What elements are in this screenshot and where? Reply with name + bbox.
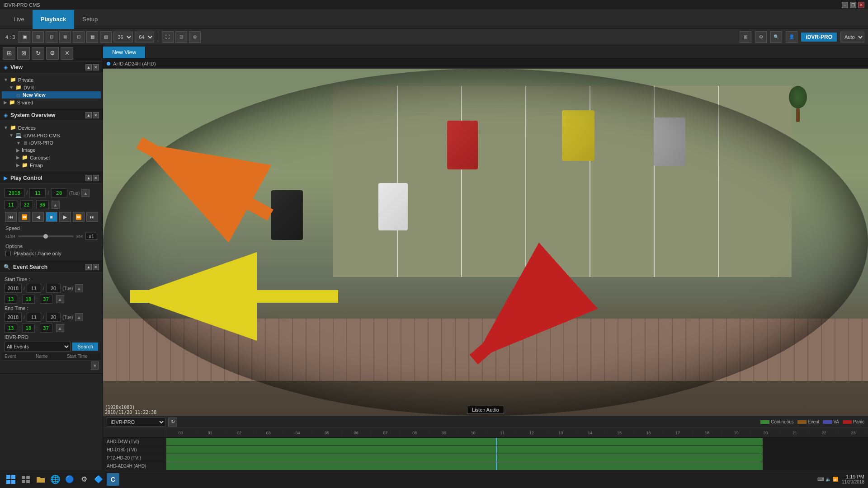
play-control-close[interactable]: ✕ — [93, 175, 99, 181]
start-sec-field[interactable] — [40, 295, 52, 304]
prev-frame-button[interactable]: ⏪ — [19, 212, 30, 222]
start-year-field[interactable] — [5, 284, 22, 293]
layout-1x1-button[interactable]: ▣ — [19, 31, 30, 43]
start-day-field[interactable] — [46, 284, 61, 293]
stop-button[interactable]: ■ — [46, 212, 57, 222]
sidebar-icon-close[interactable]: ✕ — [61, 47, 73, 60]
chrome-button[interactable]: 🌐 — [49, 473, 61, 486]
tree-image[interactable]: ▶ Image — [2, 146, 101, 154]
nav-playback[interactable]: Playback — [33, 10, 74, 29]
chan-track-3[interactable] — [166, 462, 868, 470]
end-time-up[interactable]: ▲ — [56, 324, 64, 332]
second-field[interactable] — [36, 200, 49, 209]
tree-devices[interactable]: ▼ 📁 Devices — [2, 124, 101, 131]
event-search-close[interactable]: ✕ — [93, 264, 99, 270]
timeline-device-select[interactable]: iDVR-PRO — [107, 418, 165, 427]
app-button-cms[interactable]: C — [107, 473, 119, 486]
tree-carousel[interactable]: ▶ 📁 Carousel — [2, 154, 101, 161]
play-button[interactable]: ▶ — [59, 212, 71, 222]
app-button-1[interactable]: 🔵 — [63, 473, 76, 486]
end-month-field[interactable] — [27, 313, 41, 322]
sidebar-icon-refresh[interactable]: ↻ — [32, 47, 44, 60]
event-type-select[interactable]: All Events — [5, 342, 71, 352]
system-overview-close[interactable]: ✕ — [93, 112, 99, 118]
table-scroll-down[interactable]: ▼ — [91, 361, 99, 370]
system-overview-collapse[interactable]: ▲ — [85, 112, 92, 118]
layout-custom2-button[interactable]: ▧ — [100, 31, 112, 43]
end-date-up[interactable]: ▲ — [75, 313, 83, 321]
speed-knob[interactable] — [43, 234, 48, 239]
skip-start-button[interactable]: ⏮ — [5, 212, 17, 222]
end-min-field[interactable] — [22, 324, 35, 333]
record-button[interactable]: ⊕ — [189, 31, 201, 43]
settings-gear-button[interactable]: ⚙ — [755, 31, 767, 43]
start-date-up[interactable]: ▲ — [75, 284, 83, 292]
snapshot-button[interactable]: ⊡ — [175, 31, 187, 43]
speed-slider[interactable] — [18, 235, 74, 237]
end-sec-field[interactable] — [40, 324, 52, 333]
listen-audio-button[interactable]: Listen Audio — [467, 406, 504, 414]
time-scroll-up[interactable]: ▲ — [52, 201, 60, 209]
play-control-collapse[interactable]: ▲ — [85, 175, 92, 181]
view-panel-close[interactable]: ✕ — [93, 64, 99, 70]
date-scroll-up[interactable]: ▲ — [81, 189, 90, 197]
tree-dvr[interactable]: ▼ 📁 DVR — [2, 84, 101, 91]
taskview-button[interactable] — [20, 473, 33, 486]
tree-private[interactable]: ▼ 📁 Private — [2, 76, 101, 84]
system-overview-panel: ◈ System Overview ▲ ✕ ▼ 📁 Devices ▼ 💻 iD… — [0, 109, 103, 172]
tree-cms[interactable]: ▼ 💻 iDVR-PRO CMS — [2, 131, 101, 139]
sidebar-icon-settings[interactable]: ⚙ — [46, 47, 59, 60]
next-frame-button[interactable]: ⏩ — [73, 212, 85, 222]
chan-track-1[interactable] — [166, 446, 868, 454]
restore-button[interactable]: ❐ — [850, 2, 856, 8]
day-field[interactable]: 20 — [51, 188, 67, 197]
sidebar-icon-2[interactable]: ⊠ — [17, 47, 30, 60]
end-hour-field[interactable] — [5, 324, 17, 333]
start-month-field[interactable] — [27, 284, 41, 293]
minimize-button[interactable]: ─ — [842, 2, 848, 8]
layout-2x2-button[interactable]: ⊞ — [32, 31, 44, 43]
month-field[interactable]: 11 — [29, 188, 46, 197]
size2-select[interactable]: 64 ▾ — [135, 32, 154, 42]
year-field[interactable]: 2018 — [5, 188, 24, 197]
end-year-field[interactable] — [5, 313, 22, 322]
layout-3x3-button[interactable]: ⊟ — [46, 31, 57, 43]
tree-emap[interactable]: ▶ 📁 Emap — [2, 161, 101, 169]
fullscreen-button[interactable]: ⛶ — [162, 31, 174, 43]
tree-dvr-device[interactable]: ▼ 🖥 iDVR-PRO — [2, 139, 101, 146]
layout-5x5-button[interactable]: ⊡ — [73, 31, 85, 43]
monitor-button[interactable]: ⊞ — [740, 31, 751, 43]
sidebar-icon-1[interactable]: ⊞ — [3, 47, 15, 60]
close-button[interactable]: ✕ — [858, 2, 864, 8]
layout-custom1-button[interactable]: ▦ — [86, 31, 98, 43]
nav-live[interactable]: Live — [5, 10, 33, 29]
start-hour-field[interactable] — [5, 295, 17, 304]
start-button[interactable] — [4, 472, 18, 487]
search-button[interactable]: 🔍 — [770, 31, 782, 43]
new-view-tab[interactable]: New View — [103, 47, 146, 58]
minute-field[interactable] — [20, 200, 33, 209]
hour-field[interactable] — [5, 200, 17, 209]
event-search-collapse[interactable]: ▲ — [85, 264, 92, 270]
auto-select[interactable]: Auto — [840, 32, 864, 42]
reverse-play-button[interactable]: ◀ — [32, 212, 44, 222]
iframe-checkbox[interactable] — [5, 251, 11, 256]
nav-setup[interactable]: Setup — [74, 10, 106, 29]
app-button-2[interactable]: ⚙ — [78, 473, 90, 486]
chan-track-0[interactable] — [166, 438, 868, 446]
file-explorer-button[interactable] — [34, 473, 47, 486]
layout-4x4-button[interactable]: ⊠ — [59, 31, 71, 43]
chan-track-2[interactable] — [166, 454, 868, 462]
start-time-up[interactable]: ▲ — [56, 295, 64, 303]
tree-new-view[interactable]: ◻ New View — [2, 91, 101, 99]
app-button-3[interactable]: 🔷 — [92, 473, 105, 486]
end-day-field[interactable] — [46, 313, 61, 322]
user-button[interactable]: 👤 — [786, 31, 797, 43]
view-panel-collapse[interactable]: ▲ — [85, 64, 92, 70]
start-min-field[interactable] — [22, 295, 35, 304]
tree-shared[interactable]: ▶ 📁 Shared — [2, 99, 101, 106]
timeline-refresh-button[interactable]: ↻ — [168, 418, 177, 427]
size1-select[interactable]: 36 — [113, 32, 133, 42]
skip-end-button[interactable]: ⏭ — [86, 212, 98, 222]
search-button[interactable]: Search — [72, 343, 98, 351]
